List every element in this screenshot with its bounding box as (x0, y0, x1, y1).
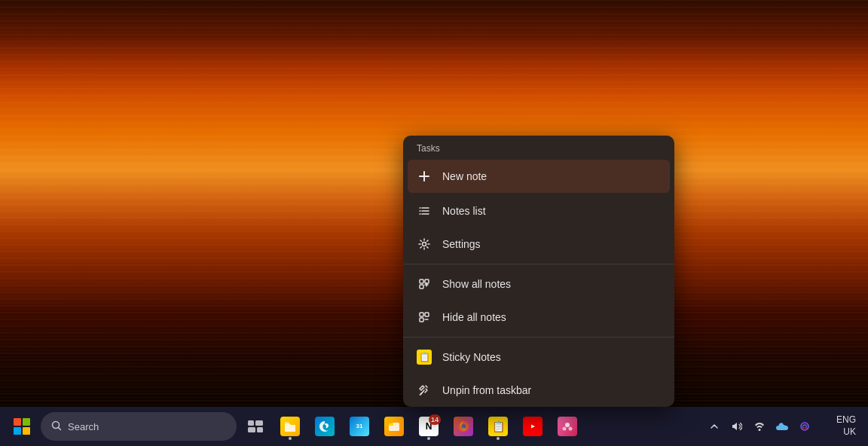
new-note-label: New note (442, 170, 487, 182)
svg-rect-10 (248, 427, 255, 432)
tray-network-icon[interactable] (749, 413, 770, 440)
menu-header: Tasks (403, 136, 674, 158)
language-line1: ENG (836, 414, 856, 426)
list-icon (417, 203, 432, 218)
start-button[interactable] (6, 411, 38, 442)
gear-icon (417, 237, 432, 252)
system-tray: ENG UK (704, 413, 862, 440)
notion-badge: 14 (429, 414, 441, 425)
menu-separator-2 (403, 337, 674, 338)
tray-teams-icon[interactable] (794, 413, 815, 440)
taskbar-calendar[interactable]: 31 (344, 411, 375, 442)
language-line2: UK (843, 426, 856, 438)
menu-item-show-all-notes[interactable]: Show all notes (403, 267, 674, 301)
unpin-icon (417, 383, 432, 398)
tray-onedrive-icon[interactable] (772, 413, 793, 440)
taskbar-file-explorer[interactable] (274, 411, 306, 442)
svg-rect-2 (425, 280, 429, 283)
firefox-icon (454, 417, 473, 436)
active-dot-notion (427, 437, 430, 440)
show-icon (417, 276, 432, 292)
win-logo-green (23, 418, 30, 426)
svg-point-22 (801, 423, 808, 430)
svg-point-21 (759, 429, 761, 431)
svg-rect-5 (425, 313, 429, 316)
search-text: Search (68, 421, 99, 432)
sticky-notes-label: Sticky Notes (442, 351, 501, 363)
tray-overflow-button[interactable] (704, 413, 725, 440)
active-dot-sticky (497, 437, 500, 440)
search-icon (51, 420, 62, 433)
menu-item-new-note[interactable]: New note (408, 160, 670, 193)
win-logo-yellow (23, 427, 30, 435)
calendar-icon: 31 (350, 417, 369, 436)
taskview-icon (246, 417, 265, 436)
edge-icon (315, 417, 335, 436)
menu-item-settings[interactable]: Settings (403, 228, 674, 261)
youtube-icon (523, 417, 542, 436)
svg-rect-3 (420, 285, 423, 289)
taskbar-explorer2[interactable] (378, 411, 410, 442)
svg-point-0 (423, 243, 426, 246)
svg-rect-8 (248, 420, 254, 426)
pink-app-icon (558, 417, 577, 436)
sticky-notes-app-icon: 📋 (488, 417, 508, 436)
menu-item-sticky-notes[interactable]: 📋 Sticky Notes (403, 341, 674, 374)
taskbar-notion[interactable]: N 14 (413, 411, 445, 442)
menu-item-notes-list[interactable]: Notes list (403, 194, 674, 228)
plus-icon (417, 169, 432, 184)
win-logo-blue (14, 427, 21, 435)
unpin-label: Unpin from taskbar (442, 384, 531, 396)
svg-point-20 (569, 427, 573, 431)
taskbar-sticky-notes[interactable]: 📋 (482, 411, 514, 442)
active-dot (289, 437, 292, 440)
svg-rect-14 (389, 421, 392, 423)
taskbar-firefox[interactable] (448, 411, 479, 442)
hide-all-notes-label: Hide all notes (442, 311, 506, 323)
taskview-button[interactable] (240, 411, 271, 442)
windows-logo (14, 418, 30, 435)
file-explorer-icon (280, 417, 300, 436)
svg-point-16 (461, 424, 466, 429)
svg-rect-11 (257, 427, 263, 432)
menu-item-unpin[interactable]: Unpin from taskbar (403, 374, 674, 407)
svg-rect-9 (255, 420, 263, 426)
settings-label: Settings (442, 238, 481, 250)
taskbar: Search (0, 407, 868, 446)
clock-region[interactable]: ENG UK (817, 414, 862, 438)
svg-point-18 (565, 423, 570, 427)
taskbar-edge[interactable] (309, 411, 341, 442)
taskbar-pink-app[interactable] (552, 411, 583, 442)
notes-list-label: Notes list (442, 205, 486, 217)
show-all-notes-label: Show all notes (442, 278, 511, 290)
svg-rect-4 (420, 313, 423, 316)
win-logo-red (14, 418, 21, 426)
svg-rect-1 (420, 280, 423, 283)
menu-separator-1 (403, 264, 674, 264)
menu-item-hide-all-notes[interactable]: Hide all notes (403, 301, 674, 334)
tray-volume-icon[interactable] (726, 413, 747, 440)
context-menu: Tasks New note Notes list Settings (403, 136, 674, 407)
taskbar-youtube[interactable] (517, 411, 549, 442)
search-bar[interactable]: Search (41, 412, 237, 441)
sticky-icon: 📋 (417, 350, 432, 365)
explorer2-icon (384, 417, 404, 436)
hide-icon (417, 310, 432, 325)
svg-point-19 (563, 427, 567, 431)
svg-rect-6 (420, 318, 423, 322)
